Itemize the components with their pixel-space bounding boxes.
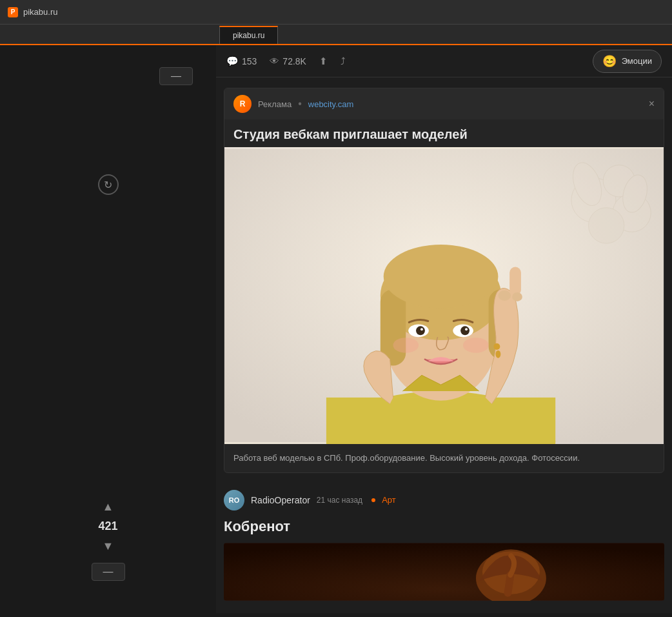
ad-description: Работа веб моделью в СПб. Проф.оборудова… <box>224 444 664 472</box>
post-author[interactable]: RadioOperator <box>251 495 310 505</box>
save-stat[interactable]: ⬆ <box>319 56 328 67</box>
svg-point-4 <box>589 208 624 243</box>
vote-down-button[interactable]: ▼ <box>99 537 117 555</box>
post-card: RO RadioOperator 21 час назад Арт Кобрен… <box>224 483 664 601</box>
svg-point-14 <box>384 245 499 308</box>
svg-point-18 <box>460 326 469 335</box>
views-stat: 👁 72.8K <box>270 56 306 66</box>
svg-point-24 <box>498 290 511 301</box>
ad-label: Реклама <box>258 99 292 109</box>
stats-bar: 💬 153 👁 72.8K ⬆ ⤴ 😊 Эмоции <box>216 45 672 77</box>
svg-point-22 <box>463 338 488 353</box>
share-stat[interactable]: ⤴ <box>341 56 346 66</box>
post-tag[interactable]: Арт <box>382 495 396 505</box>
comments-icon: 💬 <box>226 56 239 67</box>
ad-title: Студия вебкам приглашает моделей <box>224 119 664 147</box>
bottom-minus-button[interactable]: — <box>92 563 125 581</box>
post-title: Кобренот <box>224 516 664 543</box>
ad-card: R Реклама • webcity.cam × Студия вебкам … <box>224 88 664 473</box>
main-layout: — ↻ ▲ 421 ▼ — 💬 <box>0 45 672 613</box>
svg-point-19 <box>420 328 423 330</box>
post-time: 21 час назад <box>317 496 362 505</box>
comments-count: 153 <box>242 56 257 66</box>
vote-up-button[interactable]: ▲ <box>99 498 117 516</box>
tag-dot <box>371 498 375 502</box>
content-area: 💬 153 👁 72.8K ⬆ ⤴ 😊 Эмоции R <box>216 45 672 613</box>
views-icon: 👁 <box>270 56 279 66</box>
tab-bar: pikabu.ru <box>0 25 672 45</box>
svg-point-21 <box>393 338 419 353</box>
post-image <box>224 543 664 601</box>
refresh-icon[interactable]: ↻ <box>98 174 119 195</box>
svg-rect-8 <box>326 398 555 442</box>
svg-point-27 <box>495 350 500 358</box>
svg-rect-23 <box>509 267 521 296</box>
favicon-icon: P <box>8 7 18 17</box>
top-minus-button[interactable]: — <box>159 67 193 85</box>
post-meta: RO RadioOperator 21 час назад Арт <box>224 483 664 516</box>
svg-point-26 <box>493 343 500 350</box>
emotions-label: Эмоции <box>622 56 652 66</box>
browser-bar: P pikabu.ru <box>0 0 672 25</box>
browser-title: pikabu.ru <box>23 7 57 17</box>
ad-separator: • <box>298 98 302 110</box>
share-icon: ⤴ <box>341 56 346 66</box>
left-sidebar: — ↻ ▲ 421 ▼ — <box>0 45 216 613</box>
svg-rect-28 <box>224 543 664 600</box>
vote-section: ▲ 421 ▼ <box>98 498 117 555</box>
emotions-emoji: 😊 <box>602 54 617 68</box>
vote-count: 421 <box>98 520 117 533</box>
post-author-avatar: RO <box>224 490 244 511</box>
comments-stat: 💬 153 <box>226 56 257 67</box>
emotions-button[interactable]: 😊 Эмоции <box>593 50 662 73</box>
ad-avatar: R <box>233 95 252 113</box>
save-icon: ⬆ <box>319 56 328 67</box>
ad-domain-link[interactable]: webcity.cam <box>308 99 354 109</box>
svg-point-17 <box>416 326 425 335</box>
views-count: 72.8K <box>282 56 306 66</box>
ad-image[interactable] <box>224 147 664 444</box>
ad-close-button[interactable]: × <box>649 99 655 109</box>
ad-header: R Реклама • webcity.cam × <box>224 88 664 119</box>
active-tab[interactable]: pikabu.ru <box>219 26 278 44</box>
svg-point-25 <box>512 292 522 301</box>
svg-point-20 <box>465 328 468 330</box>
